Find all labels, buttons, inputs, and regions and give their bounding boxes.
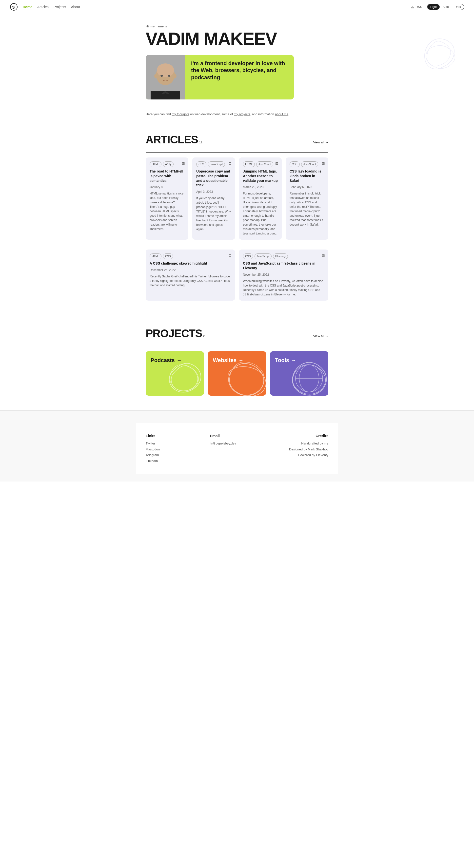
footer-linkedin-link[interactable]: LinkedIn <box>146 459 200 464</box>
articles-divider <box>136 152 338 153</box>
article-title: The road to HTMHell is paved with semant… <box>150 169 184 183</box>
tag: Eleventy <box>273 253 288 259</box>
article-tags: CSS JavaScript Eleventy <box>243 253 324 259</box>
article-bookmark-icon: ⊡ <box>322 161 325 166</box>
articles-bottom-grid: HTML CSS ⊡ A CSS challenge: skewed highl… <box>136 249 338 315</box>
article-excerpt: Remember this old trick that allowed us … <box>290 191 324 227</box>
svg-point-10 <box>168 75 170 77</box>
svg-point-7 <box>154 73 158 79</box>
article-tags: CSS JavaScript <box>196 161 231 167</box>
projects-header: PROJECTS8 View all → <box>146 325 328 342</box>
arrow-right-icon: → <box>325 334 328 339</box>
article-tags: HTML CSS <box>150 253 231 259</box>
article-excerpt: For most developers, HTML is just an art… <box>243 191 278 236</box>
thoughts-link[interactable]: my thoughts <box>172 112 189 116</box>
footer-telegram-link[interactable]: Telegram <box>146 453 200 458</box>
nav: @ Home Articles Projects About RSS Light… <box>0 0 474 14</box>
theme-auto-button[interactable]: Auto <box>440 4 452 10</box>
article-card: CSS JavaScript ⊡ CSS lazy loading is kin… <box>286 157 328 240</box>
nav-home[interactable]: Home <box>23 5 32 9</box>
hero-card: I'm a frontend developer in love with th… <box>146 55 294 99</box>
websites-scribble-icon <box>227 361 266 396</box>
footer-credits-col: Credits Handcrafted by me Designed by Ma… <box>274 433 328 464</box>
project-tools-card[interactable]: Tools → <box>270 351 328 396</box>
nav-projects[interactable]: Projects <box>54 5 66 9</box>
nav-about[interactable]: About <box>71 5 80 9</box>
project-title: Websites <box>213 356 237 364</box>
footer-links-title: Links <box>146 433 200 439</box>
footer-email-col: Email hi@pepelsbey.dev <box>210 433 264 464</box>
article-tags: HTML A11y <box>150 161 184 167</box>
svg-point-6 <box>157 63 174 77</box>
svg-text:@: @ <box>12 5 15 9</box>
article-date: January 8 <box>150 185 184 189</box>
tools-scribble-icon <box>289 361 328 396</box>
footer-wrapper: Links Twitter Mastodon Telegram LinkedIn… <box>0 410 474 482</box>
article-excerpt: When building websites on Eleventy, we o… <box>243 279 324 297</box>
article-bookmark-icon: ⊡ <box>229 161 232 166</box>
article-card: CSS JavaScript Eleventy ⊡ CSS and JavaSc… <box>239 249 328 300</box>
article-bookmark-icon: ⊡ <box>322 253 325 258</box>
tag: HTML <box>150 253 161 259</box>
tag: HTML <box>243 161 255 167</box>
article-bookmark-icon: ⊡ <box>229 253 232 258</box>
about-link[interactable]: about me <box>275 112 288 116</box>
article-card: HTML CSS ⊡ A CSS challenge: skewed highl… <box>146 249 235 300</box>
arrow-right-icon: → <box>325 140 328 145</box>
hero-name: VADIM MAKEEV <box>146 30 328 48</box>
rss-link[interactable]: RSS <box>411 4 422 9</box>
article-title: Jumping HTML tags. Another reason to val… <box>243 169 278 183</box>
article-card: HTML JavaScript ⊡ Jumping HTML tags. Ano… <box>239 157 282 240</box>
hero: Hi, my name is VADIM MAKEEV <box>136 14 338 112</box>
tag: CSS <box>243 253 253 259</box>
article-title: CSS lazy loading is kinda broken in Safa… <box>290 169 324 183</box>
projects-divider <box>136 346 338 346</box>
author-photo <box>146 55 185 99</box>
article-tags: HTML JavaScript <box>243 161 278 167</box>
rss-icon <box>411 5 414 9</box>
projects-view-all[interactable]: View all → <box>313 334 328 339</box>
articles-view-all[interactable]: View all → <box>313 140 328 145</box>
hero-section: Hi, my name is VADIM MAKEEV <box>0 14 474 122</box>
footer-credits-handcrafted[interactable]: Handcrafted by me <box>274 441 328 446</box>
hero-description: Here you can find my thoughts on web dev… <box>136 112 338 122</box>
theme-light-button[interactable]: Light <box>427 4 440 10</box>
project-podcasts-card[interactable]: Podcasts → <box>146 351 204 396</box>
projects-grid: Podcasts → Websites → Tools → <box>136 351 338 410</box>
nav-links: Home Articles Projects About <box>23 4 80 10</box>
tag: CSS <box>290 161 300 167</box>
articles-top-grid: HTML A11y ⊡ The road to HTMHell is paved… <box>136 157 338 249</box>
project-title: Podcasts <box>151 356 175 364</box>
footer-credits-designed[interactable]: Designed by Mark Shakhov <box>274 447 328 452</box>
article-date: March 29, 2023 <box>243 185 278 189</box>
logo-icon: @ <box>10 3 18 11</box>
article-date: April 3, 2023 <box>196 190 231 194</box>
articles-header: ARTICLES11 View all → <box>146 131 328 148</box>
footer-credits-title: Credits <box>274 433 328 439</box>
nav-articles[interactable]: Articles <box>37 5 49 9</box>
projects-link[interactable]: my projects <box>234 112 250 116</box>
tag: CSS <box>163 253 173 259</box>
footer: Links Twitter Mastodon Telegram LinkedIn… <box>136 423 338 474</box>
tag: JavaScript <box>256 161 273 167</box>
hero-bio: I'm a frontend developer in love with th… <box>185 55 294 86</box>
article-card: CSS JavaScript ⊡ Uppercase copy and past… <box>192 157 235 240</box>
tag: A11y <box>163 161 174 167</box>
article-title: CSS and JavaScript as first-class citize… <box>243 261 324 271</box>
articles-section-header: ARTICLES11 View all → <box>136 122 338 152</box>
project-websites-card[interactable]: Websites → <box>208 351 266 396</box>
article-date: February 6, 2023 <box>290 185 324 189</box>
footer-email-link[interactable]: hi@pepelsbey.dev <box>210 441 264 446</box>
article-excerpt: If you copy one of my article titles, yo… <box>196 196 231 231</box>
article-title: Uppercase copy and paste. The problem an… <box>196 169 231 188</box>
hero-photo <box>146 55 185 99</box>
footer-credits-powered[interactable]: Powered by Eleventy <box>274 453 328 458</box>
article-excerpt: HTML semantics is a nice idea, but does … <box>150 191 184 231</box>
article-bookmark-icon: ⊡ <box>182 161 185 166</box>
footer-mastodon-link[interactable]: Mastodon <box>146 447 200 452</box>
footer-twitter-link[interactable]: Twitter <box>146 441 200 446</box>
theme-dark-button[interactable]: Dark <box>452 4 464 10</box>
footer-links-col: Links Twitter Mastodon Telegram LinkedIn <box>146 433 200 464</box>
hero-scribble-decoration <box>420 34 459 73</box>
svg-point-9 <box>160 75 163 77</box>
